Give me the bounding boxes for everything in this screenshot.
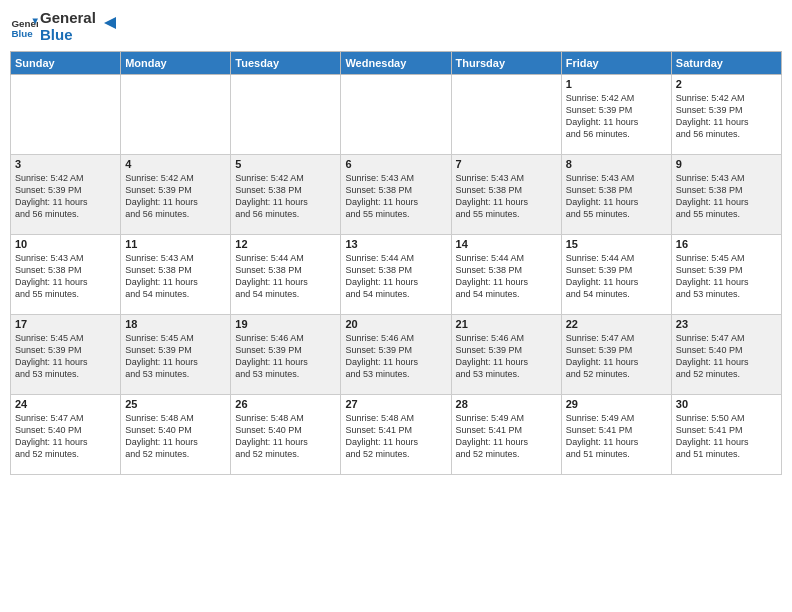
cell-sun-info: Sunrise: 5:47 AM Sunset: 5:39 PM Dayligh… xyxy=(566,332,667,381)
day-number: 15 xyxy=(566,238,667,250)
day-of-week-header: Monday xyxy=(121,52,231,75)
calendar-cell: 5Sunrise: 5:42 AM Sunset: 5:38 PM Daylig… xyxy=(231,155,341,235)
calendar-week-row: 10Sunrise: 5:43 AM Sunset: 5:38 PM Dayli… xyxy=(11,235,782,315)
cell-sun-info: Sunrise: 5:45 AM Sunset: 5:39 PM Dayligh… xyxy=(15,332,116,381)
cell-sun-info: Sunrise: 5:44 AM Sunset: 5:38 PM Dayligh… xyxy=(345,252,446,301)
cell-sun-info: Sunrise: 5:43 AM Sunset: 5:38 PM Dayligh… xyxy=(676,172,777,221)
calendar-cell: 19Sunrise: 5:46 AM Sunset: 5:39 PM Dayli… xyxy=(231,315,341,395)
day-of-week-header: Wednesday xyxy=(341,52,451,75)
svg-marker-3 xyxy=(104,17,116,29)
calendar-cell: 23Sunrise: 5:47 AM Sunset: 5:40 PM Dayli… xyxy=(671,315,781,395)
cell-sun-info: Sunrise: 5:47 AM Sunset: 5:40 PM Dayligh… xyxy=(15,412,116,461)
header-row: SundayMondayTuesdayWednesdayThursdayFrid… xyxy=(11,52,782,75)
cell-sun-info: Sunrise: 5:43 AM Sunset: 5:38 PM Dayligh… xyxy=(125,252,226,301)
cell-sun-info: Sunrise: 5:49 AM Sunset: 5:41 PM Dayligh… xyxy=(566,412,667,461)
cell-sun-info: Sunrise: 5:44 AM Sunset: 5:39 PM Dayligh… xyxy=(566,252,667,301)
calendar-week-row: 17Sunrise: 5:45 AM Sunset: 5:39 PM Dayli… xyxy=(11,315,782,395)
cell-sun-info: Sunrise: 5:42 AM Sunset: 5:39 PM Dayligh… xyxy=(125,172,226,221)
calendar-header: SundayMondayTuesdayWednesdayThursdayFrid… xyxy=(11,52,782,75)
calendar-cell: 7Sunrise: 5:43 AM Sunset: 5:38 PM Daylig… xyxy=(451,155,561,235)
day-of-week-header: Friday xyxy=(561,52,671,75)
calendar-cell xyxy=(231,75,341,155)
logo-arrow-icon xyxy=(100,13,120,33)
calendar-table: SundayMondayTuesdayWednesdayThursdayFrid… xyxy=(10,51,782,475)
calendar-cell xyxy=(341,75,451,155)
cell-sun-info: Sunrise: 5:45 AM Sunset: 5:39 PM Dayligh… xyxy=(676,252,777,301)
cell-sun-info: Sunrise: 5:46 AM Sunset: 5:39 PM Dayligh… xyxy=(235,332,336,381)
cell-sun-info: Sunrise: 5:42 AM Sunset: 5:39 PM Dayligh… xyxy=(676,92,777,141)
day-number: 19 xyxy=(235,318,336,330)
calendar-cell xyxy=(451,75,561,155)
day-number: 18 xyxy=(125,318,226,330)
calendar-week-row: 24Sunrise: 5:47 AM Sunset: 5:40 PM Dayli… xyxy=(11,395,782,475)
day-number: 25 xyxy=(125,398,226,410)
calendar-cell: 27Sunrise: 5:48 AM Sunset: 5:41 PM Dayli… xyxy=(341,395,451,475)
calendar-cell: 8Sunrise: 5:43 AM Sunset: 5:38 PM Daylig… xyxy=(561,155,671,235)
day-of-week-header: Sunday xyxy=(11,52,121,75)
calendar-cell: 2Sunrise: 5:42 AM Sunset: 5:39 PM Daylig… xyxy=(671,75,781,155)
cell-sun-info: Sunrise: 5:50 AM Sunset: 5:41 PM Dayligh… xyxy=(676,412,777,461)
svg-text:Blue: Blue xyxy=(11,27,33,38)
calendar-cell: 30Sunrise: 5:50 AM Sunset: 5:41 PM Dayli… xyxy=(671,395,781,475)
cell-sun-info: Sunrise: 5:49 AM Sunset: 5:41 PM Dayligh… xyxy=(456,412,557,461)
logo-icon: General Blue xyxy=(10,13,38,41)
cell-sun-info: Sunrise: 5:42 AM Sunset: 5:39 PM Dayligh… xyxy=(15,172,116,221)
day-number: 20 xyxy=(345,318,446,330)
cell-sun-info: Sunrise: 5:43 AM Sunset: 5:38 PM Dayligh… xyxy=(345,172,446,221)
day-number: 10 xyxy=(15,238,116,250)
calendar-cell: 26Sunrise: 5:48 AM Sunset: 5:40 PM Dayli… xyxy=(231,395,341,475)
calendar-cell: 24Sunrise: 5:47 AM Sunset: 5:40 PM Dayli… xyxy=(11,395,121,475)
calendar-cell: 28Sunrise: 5:49 AM Sunset: 5:41 PM Dayli… xyxy=(451,395,561,475)
day-of-week-header: Saturday xyxy=(671,52,781,75)
day-number: 16 xyxy=(676,238,777,250)
cell-sun-info: Sunrise: 5:48 AM Sunset: 5:40 PM Dayligh… xyxy=(125,412,226,461)
calendar-cell: 21Sunrise: 5:46 AM Sunset: 5:39 PM Dayli… xyxy=(451,315,561,395)
day-number: 21 xyxy=(456,318,557,330)
day-of-week-header: Tuesday xyxy=(231,52,341,75)
cell-sun-info: Sunrise: 5:43 AM Sunset: 5:38 PM Dayligh… xyxy=(456,172,557,221)
day-number: 7 xyxy=(456,158,557,170)
day-of-week-header: Thursday xyxy=(451,52,561,75)
calendar-cell: 17Sunrise: 5:45 AM Sunset: 5:39 PM Dayli… xyxy=(11,315,121,395)
day-number: 22 xyxy=(566,318,667,330)
calendar-week-row: 1Sunrise: 5:42 AM Sunset: 5:39 PM Daylig… xyxy=(11,75,782,155)
cell-sun-info: Sunrise: 5:48 AM Sunset: 5:41 PM Dayligh… xyxy=(345,412,446,461)
day-number: 30 xyxy=(676,398,777,410)
day-number: 5 xyxy=(235,158,336,170)
day-number: 2 xyxy=(676,78,777,90)
calendar-cell: 22Sunrise: 5:47 AM Sunset: 5:39 PM Dayli… xyxy=(561,315,671,395)
logo-general: General xyxy=(40,10,96,27)
day-number: 11 xyxy=(125,238,226,250)
day-number: 12 xyxy=(235,238,336,250)
day-number: 8 xyxy=(566,158,667,170)
calendar-body: 1Sunrise: 5:42 AM Sunset: 5:39 PM Daylig… xyxy=(11,75,782,475)
calendar-cell: 25Sunrise: 5:48 AM Sunset: 5:40 PM Dayli… xyxy=(121,395,231,475)
day-number: 14 xyxy=(456,238,557,250)
cell-sun-info: Sunrise: 5:44 AM Sunset: 5:38 PM Dayligh… xyxy=(235,252,336,301)
calendar-cell xyxy=(11,75,121,155)
calendar-cell: 12Sunrise: 5:44 AM Sunset: 5:38 PM Dayli… xyxy=(231,235,341,315)
cell-sun-info: Sunrise: 5:47 AM Sunset: 5:40 PM Dayligh… xyxy=(676,332,777,381)
calendar-cell: 15Sunrise: 5:44 AM Sunset: 5:39 PM Dayli… xyxy=(561,235,671,315)
cell-sun-info: Sunrise: 5:43 AM Sunset: 5:38 PM Dayligh… xyxy=(15,252,116,301)
logo: General Blue General Blue xyxy=(10,10,120,43)
cell-sun-info: Sunrise: 5:46 AM Sunset: 5:39 PM Dayligh… xyxy=(345,332,446,381)
calendar-cell: 16Sunrise: 5:45 AM Sunset: 5:39 PM Dayli… xyxy=(671,235,781,315)
calendar-cell: 1Sunrise: 5:42 AM Sunset: 5:39 PM Daylig… xyxy=(561,75,671,155)
day-number: 28 xyxy=(456,398,557,410)
calendar-cell: 18Sunrise: 5:45 AM Sunset: 5:39 PM Dayli… xyxy=(121,315,231,395)
calendar-cell: 6Sunrise: 5:43 AM Sunset: 5:38 PM Daylig… xyxy=(341,155,451,235)
cell-sun-info: Sunrise: 5:45 AM Sunset: 5:39 PM Dayligh… xyxy=(125,332,226,381)
cell-sun-info: Sunrise: 5:42 AM Sunset: 5:39 PM Dayligh… xyxy=(566,92,667,141)
cell-sun-info: Sunrise: 5:44 AM Sunset: 5:38 PM Dayligh… xyxy=(456,252,557,301)
calendar-cell: 14Sunrise: 5:44 AM Sunset: 5:38 PM Dayli… xyxy=(451,235,561,315)
cell-sun-info: Sunrise: 5:48 AM Sunset: 5:40 PM Dayligh… xyxy=(235,412,336,461)
day-number: 13 xyxy=(345,238,446,250)
page-header: General Blue General Blue xyxy=(10,10,782,43)
calendar-cell: 10Sunrise: 5:43 AM Sunset: 5:38 PM Dayli… xyxy=(11,235,121,315)
cell-sun-info: Sunrise: 5:46 AM Sunset: 5:39 PM Dayligh… xyxy=(456,332,557,381)
cell-sun-info: Sunrise: 5:42 AM Sunset: 5:38 PM Dayligh… xyxy=(235,172,336,221)
calendar-cell xyxy=(121,75,231,155)
day-number: 17 xyxy=(15,318,116,330)
day-number: 26 xyxy=(235,398,336,410)
